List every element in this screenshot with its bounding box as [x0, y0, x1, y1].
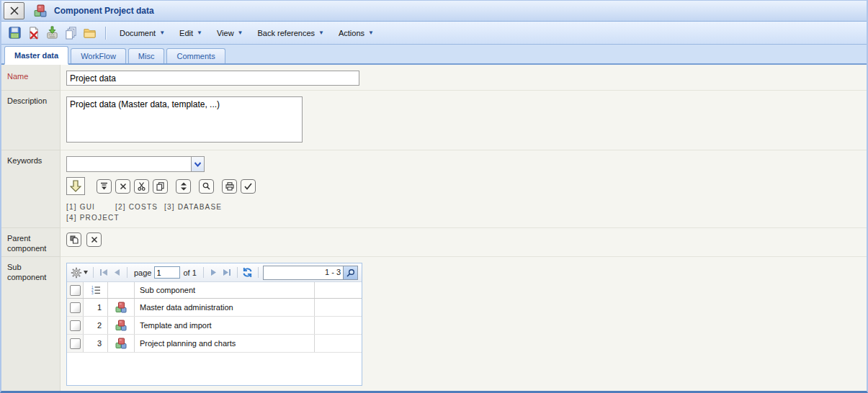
menu-back-references[interactable]: Back references ▼	[251, 26, 331, 40]
close-icon	[9, 6, 19, 16]
lookup-icon	[70, 235, 79, 244]
grid-search-button[interactable]	[343, 266, 357, 279]
folder-icon	[83, 26, 97, 40]
description-textarea[interactable]: Project data (Master data, template, ...…	[66, 96, 303, 143]
gear-icon	[71, 267, 82, 279]
first-page-button[interactable]	[97, 266, 110, 279]
confirm-keywords-button[interactable]	[241, 179, 256, 194]
row-number-header[interactable]: 123	[84, 282, 108, 298]
filter-icon	[100, 182, 108, 190]
sub-component-name[interactable]: Project planning and charts	[135, 335, 315, 352]
save-button[interactable]	[6, 24, 23, 42]
select-all-checkbox[interactable]	[70, 285, 81, 296]
copy-icon	[156, 182, 164, 191]
name-row: Name	[1, 65, 867, 91]
parent-component-content	[61, 228, 867, 257]
close-button[interactable]	[4, 2, 24, 19]
keyword-item[interactable]: [3] DATABASE	[164, 202, 222, 212]
menu-document[interactable]: Document ▼	[112, 26, 172, 40]
print-icon	[225, 182, 234, 191]
chevron-down-icon: ▼	[159, 30, 165, 36]
sort-icon	[180, 182, 187, 191]
menu-actions[interactable]: Actions ▼	[331, 26, 381, 40]
keywords-combobox[interactable]	[66, 156, 205, 172]
menu-label: Edit	[179, 29, 193, 37]
row-number: 2	[84, 317, 108, 334]
pager-separator	[203, 267, 204, 278]
row-checkbox[interactable]	[70, 338, 81, 349]
cut-icon	[138, 182, 146, 191]
prev-page-button[interactable]	[110, 266, 123, 279]
grid-row-2[interactable]: 2 Template and import	[67, 317, 362, 335]
clear-parent-button[interactable]	[86, 232, 102, 247]
tab-master-data[interactable]: Master data	[4, 46, 68, 65]
refresh-icon	[242, 267, 253, 278]
page-of-label: of 1	[183, 268, 196, 277]
row-check-cell	[67, 299, 84, 316]
last-page-icon	[223, 268, 231, 276]
next-page-button[interactable]	[207, 266, 220, 279]
tab-misc[interactable]: Misc	[128, 48, 165, 63]
sub-component-column-header[interactable]: Sub component	[135, 282, 315, 298]
add-keyword-button[interactable]	[66, 177, 85, 195]
select-parent-button[interactable]	[66, 232, 81, 247]
menu-label: Document	[120, 29, 156, 37]
menu-view[interactable]: View ▼	[210, 26, 251, 40]
keywords-content: [1] GUI[2] COSTS[3] DATABASE[4] PROJECT	[61, 150, 867, 228]
grid-row-1[interactable]: 1 Master data administration	[67, 299, 362, 317]
remove-icon	[120, 183, 127, 190]
search-keyword-button[interactable]	[199, 179, 214, 194]
row-number: 1	[84, 299, 108, 316]
name-input[interactable]	[66, 71, 359, 86]
keywords-combo-dropdown-button[interactable]	[191, 157, 204, 171]
keyword-list: [1] GUI[2] COSTS[3] DATABASE[4] PROJECT	[66, 202, 239, 223]
sub-component-name[interactable]: Template and import	[135, 317, 315, 334]
keywords-combo-value	[67, 157, 191, 171]
menu-edit[interactable]: Edit ▼	[172, 26, 210, 40]
copy-icon	[64, 26, 78, 40]
add-keyword-arrow-icon	[70, 180, 81, 192]
grid-header-row: 123 Sub component	[67, 282, 362, 299]
sub-component-name[interactable]: Master data administration	[135, 299, 315, 316]
prev-page-icon	[114, 268, 120, 276]
open-folder-button[interactable]	[81, 24, 98, 42]
filter-button[interactable]	[97, 179, 112, 194]
search-icon	[346, 268, 355, 277]
next-page-icon	[210, 268, 217, 276]
keywords-row: Keywords	[1, 150, 867, 228]
row-checkbox[interactable]	[70, 320, 81, 331]
refresh-button[interactable]	[241, 266, 254, 279]
grid-row-3[interactable]: 3 Project planning and charts	[67, 335, 362, 353]
chevron-down-icon: ▼	[368, 30, 374, 36]
name-content	[61, 65, 867, 91]
keyword-item[interactable]: [2] COSTS	[115, 202, 161, 212]
component-window: Component Project data	[0, 0, 868, 393]
row-checkbox[interactable]	[70, 302, 81, 313]
component-icon	[108, 335, 135, 352]
copy-keyword-button[interactable]	[153, 179, 168, 194]
component-icon	[34, 4, 47, 17]
keyword-item[interactable]: [4] PROJECT	[66, 212, 120, 223]
row-number: 3	[84, 335, 108, 352]
cut-button[interactable]	[134, 179, 149, 194]
print-keywords-button[interactable]	[222, 179, 237, 194]
checkin-button[interactable]	[43, 24, 61, 42]
tab-workflow[interactable]: WorkFlow	[71, 48, 126, 63]
first-page-icon	[99, 268, 108, 276]
page-number-input[interactable]	[154, 266, 180, 279]
window-title: Component Project data	[54, 6, 154, 16]
keyword-item[interactable]: [1] GUI	[66, 202, 112, 212]
delete-document-button[interactable]	[24, 24, 42, 42]
svg-text:3: 3	[91, 292, 94, 295]
remove-keyword-button[interactable]	[115, 179, 130, 194]
last-page-button[interactable]	[220, 266, 233, 279]
record-range-box[interactable]: 1 - 3	[263, 266, 358, 280]
copy-button[interactable]	[62, 24, 79, 42]
name-label: Name	[1, 65, 61, 91]
grid-settings-button[interactable]	[71, 267, 89, 279]
sub-component-row: Sub component	[1, 257, 867, 393]
tab-comments[interactable]: Comments	[166, 48, 225, 63]
component-icon	[108, 299, 135, 316]
sort-button[interactable]	[176, 179, 191, 194]
menu-label: Actions	[339, 29, 364, 37]
